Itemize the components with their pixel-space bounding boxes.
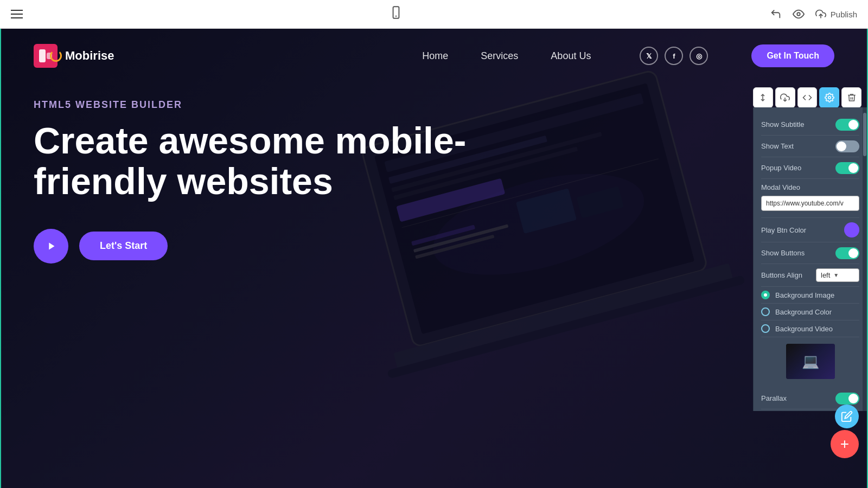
show-subtitle-label: Show Subtitle bbox=[761, 120, 805, 129]
fab-edit-button[interactable] bbox=[835, 404, 859, 428]
nav-links: Home Services About Us 𝕏 f ◎ Get In Touc… bbox=[422, 44, 834, 67]
settings-tool-button[interactable] bbox=[819, 87, 839, 108]
svg-rect-21 bbox=[47, 53, 52, 59]
preview-icon[interactable] bbox=[793, 8, 805, 20]
bg-thumbnail-container bbox=[761, 337, 859, 388]
hero-title: Create awesome mobile-friendly websites bbox=[34, 120, 468, 202]
show-text-label: Show Text bbox=[761, 142, 794, 150]
start-button[interactable]: Let's Start bbox=[79, 232, 168, 260]
buttons-align-value: left bbox=[821, 271, 830, 279]
panel-scroll-area[interactable]: Show Subtitle Show Text Popup Video bbox=[754, 107, 867, 411]
buttons-align-label: Buttons Align bbox=[761, 271, 802, 279]
background-video-label: Background Video bbox=[775, 325, 833, 333]
main-preview: Mobirise Home Services About Us 𝕏 f ◎ Ge… bbox=[1, 29, 867, 488]
show-text-row: Show Text bbox=[761, 136, 859, 157]
popup-video-toggle[interactable] bbox=[835, 162, 859, 174]
preview-container: Mobirise Home Services About Us 𝕏 f ◎ Ge… bbox=[0, 29, 868, 488]
background-thumbnail[interactable] bbox=[786, 344, 835, 379]
show-buttons-toggle[interactable] bbox=[835, 247, 859, 259]
background-image-radio[interactable] bbox=[761, 291, 770, 299]
toolbar-left bbox=[11, 10, 23, 18]
nav-link-about[interactable]: About Us bbox=[551, 50, 591, 62]
background-image-label: Background Image bbox=[775, 291, 834, 299]
settings-panel: Show Subtitle Show Text Popup Video bbox=[753, 107, 867, 411]
panel-scrollbar-thumb bbox=[863, 113, 866, 156]
svg-point-2 bbox=[797, 12, 800, 16]
top-toolbar: Publish bbox=[0, 0, 868, 29]
mobile-preview-icon[interactable] bbox=[389, 5, 403, 23]
publish-button[interactable]: Publish bbox=[815, 9, 857, 20]
brand: Mobirise bbox=[34, 44, 114, 68]
social-icons: 𝕏 f ◎ bbox=[640, 47, 708, 65]
modal-video-label: Modal Video bbox=[761, 183, 800, 191]
svg-rect-20 bbox=[39, 49, 46, 62]
background-color-row: Background Color bbox=[761, 304, 859, 320]
svg-point-24 bbox=[828, 97, 831, 99]
play-button[interactable] bbox=[34, 229, 68, 264]
hero-buttons: Let's Start bbox=[34, 229, 468, 264]
show-subtitle-thumb bbox=[848, 120, 858, 130]
show-subtitle-row: Show Subtitle bbox=[761, 114, 859, 136]
hero-subtitle: HTML5 WEBSITE BUILDER bbox=[34, 99, 468, 111]
hero-content: HTML5 WEBSITE BUILDER Create awesome mob… bbox=[34, 99, 468, 264]
background-color-label: Background Color bbox=[775, 308, 832, 316]
toolbar-center bbox=[389, 5, 403, 23]
chevron-down-icon: ▼ bbox=[833, 272, 839, 278]
brand-icon bbox=[34, 44, 58, 68]
background-image-row: Background Image bbox=[761, 287, 859, 304]
background-color-radio[interactable] bbox=[761, 307, 770, 316]
play-btn-color-picker[interactable] bbox=[844, 222, 859, 237]
twitter-icon[interactable]: 𝕏 bbox=[640, 47, 658, 65]
cta-button[interactable]: Get In Touch bbox=[751, 44, 834, 67]
code-tool-button[interactable] bbox=[797, 87, 818, 108]
background-video-radio[interactable] bbox=[761, 324, 770, 333]
sort-tool-button[interactable] bbox=[753, 87, 773, 108]
nav-link-home[interactable]: Home bbox=[422, 50, 448, 62]
instagram-icon[interactable]: ◎ bbox=[690, 47, 708, 65]
brand-name: Mobirise bbox=[65, 49, 114, 63]
nav-link-services[interactable]: Services bbox=[481, 50, 518, 62]
modal-video-row: Modal Video bbox=[761, 179, 859, 218]
show-buttons-row: Show Buttons bbox=[761, 242, 859, 264]
delete-tool-button[interactable] bbox=[841, 87, 861, 108]
facebook-icon[interactable]: f bbox=[665, 47, 683, 65]
buttons-align-dropdown[interactable]: left ▼ bbox=[816, 268, 859, 282]
undo-icon[interactable] bbox=[770, 8, 782, 20]
show-buttons-thumb bbox=[848, 248, 858, 258]
menu-button[interactable] bbox=[11, 10, 23, 18]
buttons-align-row: Buttons Align left ▼ bbox=[761, 264, 859, 287]
parallax-toggle[interactable] bbox=[835, 393, 859, 404]
fab-add-button[interactable]: + bbox=[831, 430, 859, 458]
show-subtitle-toggle[interactable] bbox=[835, 119, 859, 131]
popup-video-label: Popup Video bbox=[761, 164, 801, 172]
popup-video-row: Popup Video bbox=[761, 157, 859, 179]
panel-scrollbar bbox=[863, 107, 867, 411]
parallax-label: Parallax bbox=[761, 394, 787, 402]
play-btn-color-row: Play Btn Color bbox=[761, 218, 859, 242]
modal-video-input[interactable] bbox=[761, 196, 859, 211]
download-tool-button[interactable] bbox=[775, 87, 795, 108]
toolbar-right: Publish bbox=[770, 8, 857, 20]
preview-navbar: Mobirise Home Services About Us 𝕏 f ◎ Ge… bbox=[1, 29, 867, 83]
play-btn-color-label: Play Btn Color bbox=[761, 226, 806, 234]
popup-video-thumb bbox=[848, 163, 858, 173]
parallax-thumb bbox=[848, 394, 858, 403]
show-buttons-label: Show Buttons bbox=[761, 249, 805, 257]
show-text-thumb bbox=[837, 142, 846, 151]
publish-label: Publish bbox=[831, 10, 857, 19]
background-video-row: Background Video bbox=[761, 320, 859, 337]
show-text-toggle[interactable] bbox=[835, 140, 859, 152]
